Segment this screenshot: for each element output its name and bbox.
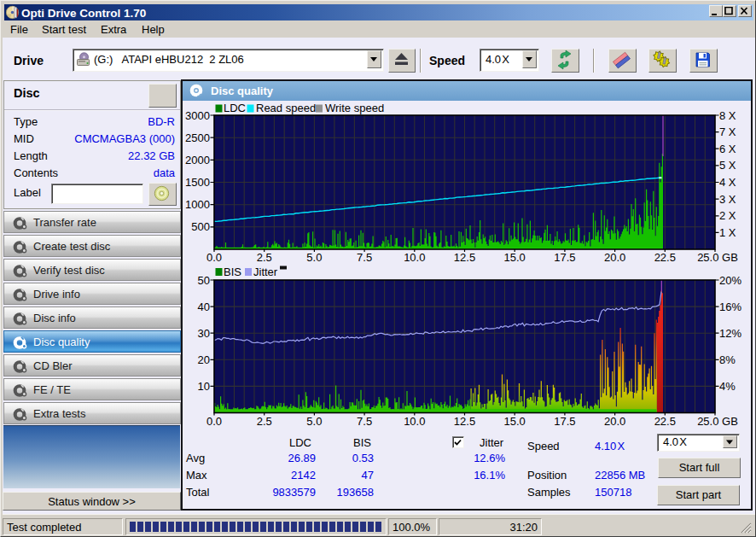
svg-text:3 X: 3 X xyxy=(719,193,736,206)
svg-text:20: 20 xyxy=(198,353,210,366)
svg-text:25.0 GB: 25.0 GB xyxy=(697,251,738,264)
svg-text:10.0: 10.0 xyxy=(404,415,425,428)
svg-text:22.5: 22.5 xyxy=(654,251,676,264)
svg-text:0.0: 0.0 xyxy=(206,251,222,264)
svg-text:8 X: 8 X xyxy=(719,109,736,122)
svg-text:6 X: 6 X xyxy=(719,143,736,155)
svg-text:16%: 16% xyxy=(719,301,741,313)
svg-text:15.0: 15.0 xyxy=(504,415,526,428)
svg-text:1 X: 1 X xyxy=(719,226,736,239)
svg-text:2000: 2000 xyxy=(185,154,210,166)
svg-text:4 X: 4 X xyxy=(719,176,736,189)
svg-text:LDC: LDC xyxy=(224,102,246,114)
svg-text:17.5: 17.5 xyxy=(554,251,575,264)
svg-text:20.0: 20.0 xyxy=(604,415,625,428)
svg-text:8%: 8% xyxy=(719,353,736,366)
svg-text:7.5: 7.5 xyxy=(357,415,372,428)
svg-text:2.5: 2.5 xyxy=(257,251,272,264)
svg-text:1000: 1000 xyxy=(185,198,210,211)
svg-text:12%: 12% xyxy=(719,327,741,340)
svg-text:20%: 20% xyxy=(719,274,741,287)
svg-text:30: 30 xyxy=(198,327,210,340)
svg-text:2500: 2500 xyxy=(185,131,210,144)
svg-text:15.0: 15.0 xyxy=(504,251,526,264)
svg-text:10.0: 10.0 xyxy=(404,251,425,264)
svg-text:12.5: 12.5 xyxy=(454,251,475,264)
svg-text:Read speed: Read speed xyxy=(256,102,316,114)
svg-text:4%: 4% xyxy=(719,380,736,393)
svg-text:10: 10 xyxy=(198,380,210,393)
svg-text:5.0: 5.0 xyxy=(306,251,322,264)
svg-text:50: 50 xyxy=(198,274,210,287)
svg-text:22.5: 22.5 xyxy=(654,415,676,428)
svg-text:BIS: BIS xyxy=(224,266,241,278)
svg-text:25.0 GB: 25.0 GB xyxy=(697,415,738,428)
svg-text:1500: 1500 xyxy=(185,176,210,189)
svg-text:20.0: 20.0 xyxy=(604,251,625,264)
svg-text:12.5: 12.5 xyxy=(454,415,475,428)
svg-text:7.5: 7.5 xyxy=(357,251,372,264)
svg-text:Write speed: Write speed xyxy=(325,102,384,114)
svg-text:3000: 3000 xyxy=(185,109,210,122)
svg-text:2.5: 2.5 xyxy=(257,415,272,428)
svg-text:40: 40 xyxy=(198,301,210,313)
svg-text:7 X: 7 X xyxy=(719,125,736,138)
svg-text:5 X: 5 X xyxy=(719,159,736,172)
svg-text:2 X: 2 X xyxy=(719,209,736,222)
svg-text:500: 500 xyxy=(191,220,210,233)
svg-text:Jitter: Jitter xyxy=(253,266,278,278)
svg-text:5.0: 5.0 xyxy=(306,415,322,428)
svg-text:0.0: 0.0 xyxy=(206,415,222,428)
svg-text:17.5: 17.5 xyxy=(554,415,575,428)
